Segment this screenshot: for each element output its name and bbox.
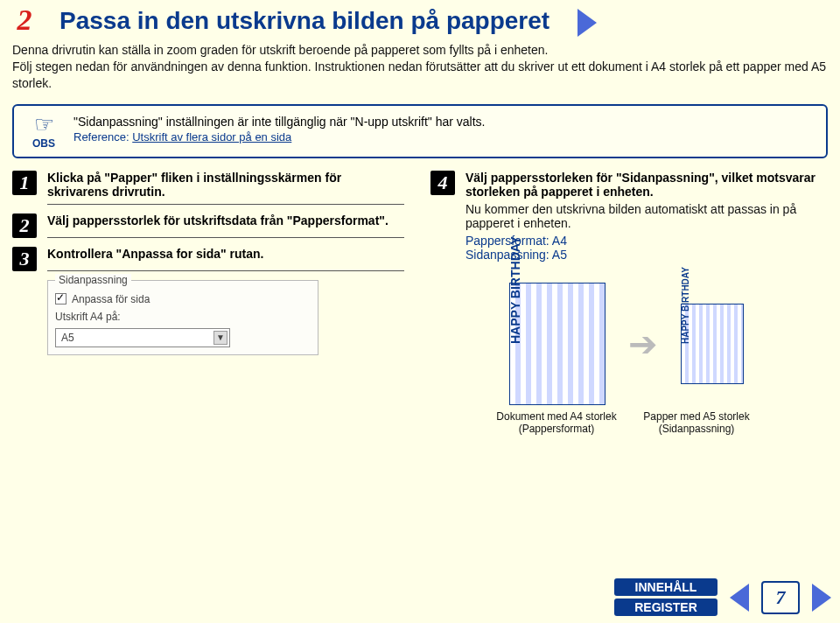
intro-p2: Följ stegen nedan för användningen av de… — [12, 59, 828, 92]
step-1: 1 Klicka på "Papper" fliken i inställnin… — [12, 171, 404, 205]
left-column: 1 Klicka på "Papper" fliken i inställnin… — [12, 171, 404, 435]
paper-a4-text: HAPPY BIRTHDAY — [508, 236, 522, 344]
step-number: 1 — [12, 171, 37, 195]
fit-to-page-label: Anpassa för sida — [72, 293, 150, 305]
panel-legend: Sidanpassning — [55, 274, 131, 286]
chevron-down-icon: ▼ — [214, 331, 228, 345]
note-icon-wrap: ☞ OBS — [23, 113, 65, 150]
fit-to-page-diagram: HAPPY BIRTHDAY ➔ HAPPY BIRTHDAY — [430, 283, 822, 405]
intro-p1: Denna drivrutin kan ställa in zoom grade… — [12, 42, 828, 59]
fit-to-page-checkbox[interactable] — [55, 293, 66, 304]
step-4: 4 Välj pappersstorleken för "Sidanpassni… — [430, 171, 822, 267]
step-text: Kontrollera "Anpassa for sida" rutan. — [47, 247, 404, 271]
next-page-button[interactable] — [812, 584, 831, 612]
content-columns: 1 Klicka på "Papper" fliken i inställnin… — [0, 171, 840, 435]
note-text: "Sidanpassning" inställningen är inte ti… — [74, 115, 817, 129]
step-number: 2 — [12, 214, 37, 238]
note-box: ☞ OBS "Sidanpassning" inställningen är i… — [12, 104, 828, 158]
step-2: 2 Välj pappersstorlek för utskriftsdata … — [12, 214, 404, 238]
a5-paper-illustration: HAPPY BIRTHDAY — [681, 304, 744, 384]
select-value: A5 — [61, 332, 74, 344]
note-label: OBS — [23, 137, 65, 150]
a4-paper-illustration: HAPPY BIRTHDAY — [509, 283, 606, 405]
arrow-right-icon: ➔ — [628, 326, 658, 361]
section-number: 2 — [7, 4, 42, 38]
note-body: "Sidanpassning" inställningen är inte ti… — [74, 113, 817, 144]
sidanpassning-panel: Sidanpassning Anpassa för sida Utskrift … — [47, 280, 318, 355]
print-on-label: Utskrift A4 på: — [55, 311, 121, 323]
register-button[interactable]: REGISTER — [614, 598, 718, 616]
step-number: 4 — [430, 171, 455, 195]
pointing-hand-icon: ☞ — [23, 113, 65, 136]
step-4-sub: Nu kommer den utskrivna bilden automatis… — [466, 202, 822, 230]
step-3: 3 Kontrollera "Anpassa for sida" rutan. — [12, 247, 404, 271]
caption-a4: Dokument med A4 storlek (Pappersformat) — [495, 410, 618, 435]
reference-link[interactable]: Utskrift av flera sidor på en sida — [132, 130, 291, 144]
contents-button[interactable]: INNEHÅLL — [614, 578, 718, 596]
caption-a5: Papper med A5 storlek (Sidanpassning) — [635, 410, 758, 435]
page-number: 7 — [761, 581, 800, 614]
page-header: 2 Passa in den utskrivna bilden på pappe… — [0, 0, 840, 38]
footer-nav: INNEHÅLL REGISTER 7 — [614, 578, 831, 616]
intro-text: Denna drivrutin kan ställa in zoom grade… — [0, 38, 840, 99]
step-number: 3 — [12, 247, 37, 271]
right-column: 4 Välj pappersstorleken för "Sidanpassni… — [430, 171, 822, 435]
reference-label: Reference: — [74, 130, 130, 144]
step-text: Klicka på "Papper" fliken i inställnings… — [47, 171, 404, 205]
step-4-main: Välj pappersstorleken för "Sidanpassning… — [466, 171, 816, 199]
prev-page-button[interactable] — [730, 584, 749, 612]
paper-size-select[interactable]: A5 ▼ — [55, 328, 230, 347]
page-title: Passa in den utskrivna bilden på pappere… — [51, 4, 584, 38]
step-text: Välj pappersstorlek för utskriftsdata fr… — [47, 214, 404, 238]
diagram-captions: Dokument med A4 storlek (Pappersformat) … — [430, 410, 822, 435]
paper-a5-text: HAPPY BIRTHDAY — [681, 267, 690, 344]
